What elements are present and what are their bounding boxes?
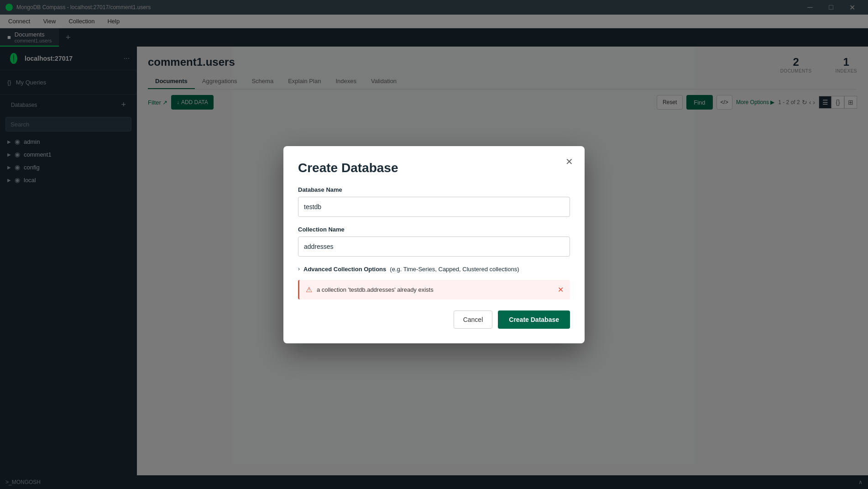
database-name-input[interactable] xyxy=(298,197,570,217)
chevron-right-icon: › xyxy=(298,266,300,272)
cancel-button[interactable]: Cancel xyxy=(454,310,493,329)
modal-footer: Cancel Create Database xyxy=(298,310,570,329)
collection-name-label: Collection Name xyxy=(298,226,570,233)
database-name-label: Database Name xyxy=(298,186,570,193)
error-left: ⚠ a collection 'testdb.addresses' alread… xyxy=(306,285,434,294)
database-name-group: Database Name xyxy=(298,186,570,217)
advanced-options-toggle[interactable]: › Advanced Collection Options (e.g. Time… xyxy=(298,266,570,273)
error-banner: ⚠ a collection 'testdb.addresses' alread… xyxy=(298,280,570,300)
warning-icon: ⚠ xyxy=(306,285,312,294)
collection-name-input[interactable] xyxy=(298,237,570,257)
error-close-button[interactable]: ✕ xyxy=(558,285,564,294)
collection-name-group: Collection Name xyxy=(298,226,570,257)
error-message: a collection 'testdb.addresses' already … xyxy=(317,286,434,293)
modal-close-button[interactable]: ✕ xyxy=(563,155,575,168)
create-database-modal: ✕ Create Database Database Name Collecti… xyxy=(283,146,585,343)
modal-title: Create Database xyxy=(298,161,570,175)
modal-overlay[interactable]: ✕ Create Database Database Name Collecti… xyxy=(0,0,868,489)
advanced-options-hint: (e.g. Time-Series, Capped, Clustered col… xyxy=(390,266,519,273)
create-database-button[interactable]: Create Database xyxy=(498,310,570,329)
advanced-options-label: Advanced Collection Options xyxy=(303,266,386,273)
